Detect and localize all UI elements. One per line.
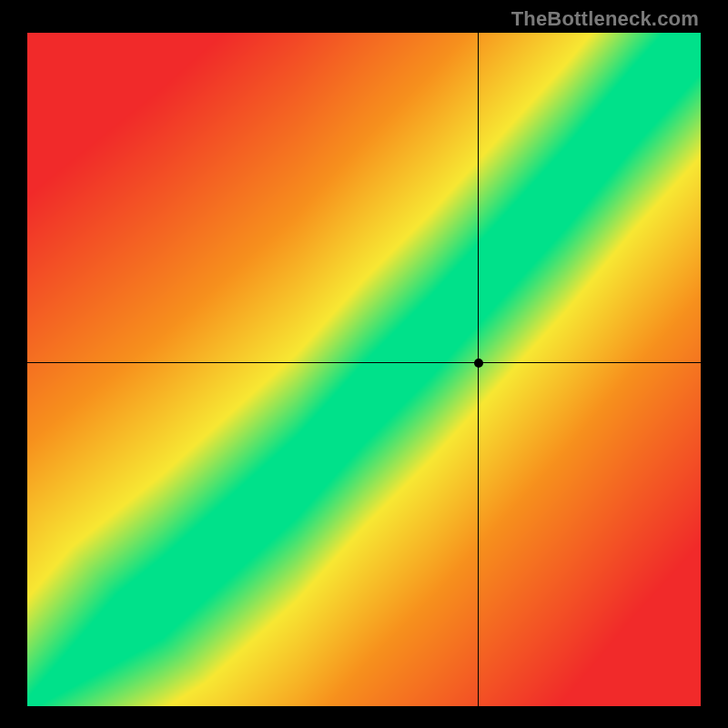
- plot-area: [27, 33, 701, 706]
- bottleneck-heatmap: [27, 33, 701, 706]
- watermark-text: TheBottleneck.com: [511, 7, 699, 31]
- chart-frame: TheBottleneck.com: [0, 0, 728, 728]
